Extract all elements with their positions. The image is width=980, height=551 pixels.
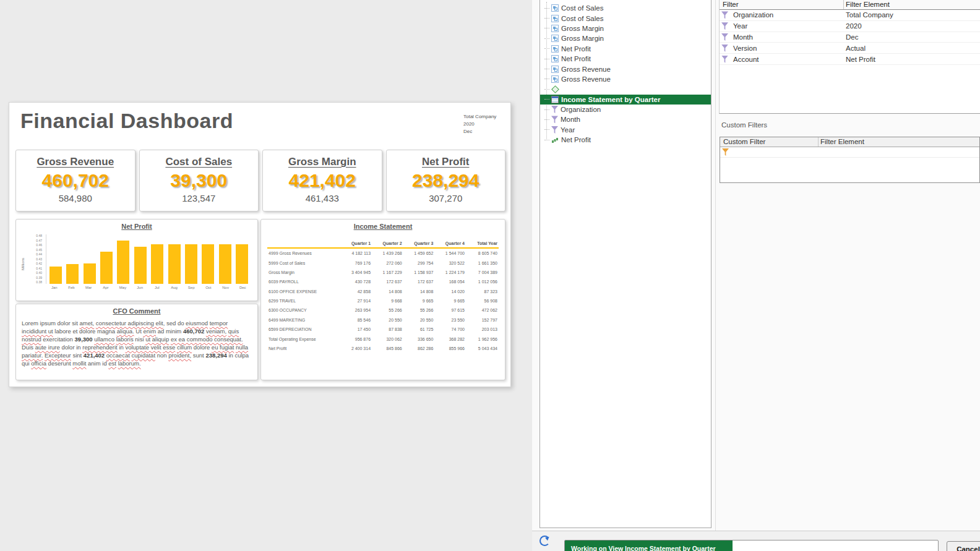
tree-guide-line xyxy=(544,109,549,110)
income-statement-title: Income Statement xyxy=(261,223,505,230)
cell-value: 1 459 652 xyxy=(403,248,435,258)
table-row: 5999 Cost of Sales769 176272 060299 7543… xyxy=(267,258,499,267)
misspelled-word: officia xyxy=(31,360,46,367)
tree-item-label: Month xyxy=(561,116,580,123)
tree-guide-line xyxy=(544,38,549,39)
column-header: Quarter 4 xyxy=(434,239,466,248)
tree-item[interactable]: Gross Revenue xyxy=(540,64,711,74)
misspelled-word: aliqua. xyxy=(117,328,134,335)
tree-item[interactable]: Net Profit xyxy=(540,44,711,54)
column-header: Quarter 2 xyxy=(372,239,403,248)
table-row: Total Operating Expense956 876320 062336… xyxy=(267,334,499,343)
filter-element-value: Total Company xyxy=(846,11,893,19)
tree-item[interactable]: Net Profit xyxy=(540,54,711,64)
cell-value: 172 637 xyxy=(372,277,403,286)
filter-icon xyxy=(551,116,558,123)
kpi-card: Net Profit238,294307,270 xyxy=(386,150,506,211)
panel-divider xyxy=(715,0,716,531)
filter-element-value: Actual xyxy=(846,45,866,52)
pov-year: 2020 xyxy=(463,121,496,128)
page-title: Financial Dashboard xyxy=(20,109,233,133)
x-axis-labels: JanFebMarAprMayJunJulAugSepOctNovDec xyxy=(46,286,251,289)
table-row: 6599 DEPRECIATION17 45087 83861 72574 70… xyxy=(267,325,499,334)
cfo-bold-number: 460,702 xyxy=(183,328,204,335)
kpi-subvalue: 461,433 xyxy=(263,193,382,203)
net-profit-bar-chart: Millions 0.480.470.460.450.440.430.420.4… xyxy=(16,232,257,301)
tree-item[interactable]: Cost of Sales xyxy=(540,13,711,23)
x-tick-label: Dec xyxy=(234,286,251,289)
tree-item[interactable]: Net Profit xyxy=(540,135,711,145)
cell-value: 368 282 xyxy=(434,334,466,343)
filter-row[interactable]: MonthDec xyxy=(720,32,980,43)
kpi-subvalue: 584,980 xyxy=(16,193,135,203)
kpi-value: 460,702 xyxy=(16,170,135,191)
cell-value: 20 550 xyxy=(403,315,435,325)
tree-item-label: Net Profit xyxy=(561,136,591,143)
tree-guide-line xyxy=(544,99,549,100)
tree-item[interactable]: Year xyxy=(540,125,711,135)
view-tree-panel: Cost of SalesCost of SalesGross MarginGr… xyxy=(539,0,711,528)
custom-filter-row[interactable] xyxy=(720,147,979,158)
misspelled-word: ut aliquip xyxy=(145,336,169,343)
x-tick-label: Jul xyxy=(148,286,166,289)
misspelled-word: eiusmod xyxy=(186,320,208,327)
row-label: 6300 OCCUPANCY xyxy=(267,305,340,315)
worksheet-background: Financial Dashboard Total Company 2020 D… xyxy=(0,0,532,551)
cell-value: 42 858 xyxy=(340,287,372,296)
filter-row[interactable]: OrganizationTotal Company xyxy=(720,10,980,21)
tree-item[interactable]: Gross Revenue xyxy=(540,74,711,84)
tree-item[interactable] xyxy=(540,84,711,94)
refresh-icon[interactable] xyxy=(539,536,550,546)
y-tick-label: 0.38 xyxy=(36,281,42,284)
net-profit-bar xyxy=(100,252,113,284)
filter-row[interactable]: AccountNet Profit xyxy=(720,54,980,65)
tree-item[interactable]: Organization xyxy=(540,105,711,114)
row-label: 4999 Gross Revenues xyxy=(267,248,340,258)
misspelled-word: laborum. xyxy=(118,360,141,367)
tree-item[interactable]: Cost of Sales xyxy=(540,3,711,13)
misspelled-word: mollit xyxy=(72,360,86,367)
kpi-value: 39,300 xyxy=(140,170,259,191)
cell-value: 769 176 xyxy=(340,258,372,267)
data-view-icon xyxy=(551,15,559,22)
tree-item[interactable]: Income Statement by Quarter xyxy=(540,95,711,105)
kpi-cards: Gross Revenue460,702584,980Cost of Sales… xyxy=(15,150,505,211)
cell-value: 14 808 xyxy=(372,287,403,296)
table-row: 6039 PAYROLL430 728172 637172 637168 054… xyxy=(267,277,499,286)
filters-panel: Filter Filter Element OrganizationTotal … xyxy=(719,0,980,114)
table-row: 6300 OCCUPANCY263 95455 26655 26697 6154… xyxy=(267,305,499,315)
cancel-button[interactable]: Cancel xyxy=(947,541,980,551)
tree-guide-line xyxy=(544,59,549,59)
x-tick-label: Jan xyxy=(46,286,63,289)
cell-value: 56 908 xyxy=(466,296,499,305)
tree-item[interactable]: Gross Margin xyxy=(540,23,711,33)
net-profit-bar xyxy=(202,244,214,284)
pov-organization: Total Company xyxy=(463,113,496,121)
misspelled-word: laboris xyxy=(116,336,134,343)
tree-item[interactable]: Month xyxy=(540,114,711,124)
filter-name: Version xyxy=(733,45,757,52)
column-header xyxy=(267,239,340,248)
misspelled-word: ex ea commodo consequat. xyxy=(171,336,243,343)
filter-row[interactable]: Year2020 xyxy=(720,21,980,32)
cfo-comment-title: CFO Comment xyxy=(16,307,257,315)
filter-rows: OrganizationTotal CompanyYear2020MonthDe… xyxy=(720,10,980,65)
tree-item-label: Income Statement by Quarter xyxy=(561,96,660,103)
tree-guide-line xyxy=(544,89,549,90)
financial-dashboard-card: Financial Dashboard Total Company 2020 D… xyxy=(9,102,511,387)
tree-item[interactable]: Gross Margin xyxy=(540,33,711,43)
tree-item-label: Gross Margin xyxy=(561,35,604,42)
misspelled-word: Excepteur xyxy=(45,352,71,359)
kpi-label: Gross Revenue xyxy=(16,156,135,168)
row-label: 6299 TRAVEL xyxy=(267,296,340,305)
cell-value: 1 962 956 xyxy=(466,334,499,343)
shape-icon xyxy=(551,85,559,93)
pov-selections: Total Company 2020 Dec xyxy=(463,113,496,135)
filter-row[interactable]: VersionActual xyxy=(720,43,980,54)
cell-value: 7 004 389 xyxy=(466,268,499,277)
cfo-bold-number: 39,300 xyxy=(75,336,93,343)
cell-value: 320 062 xyxy=(372,334,403,343)
pov-month: Dec xyxy=(463,128,496,135)
filter-name: Year xyxy=(733,22,747,30)
y-tick-label: 0.42 xyxy=(36,262,42,265)
